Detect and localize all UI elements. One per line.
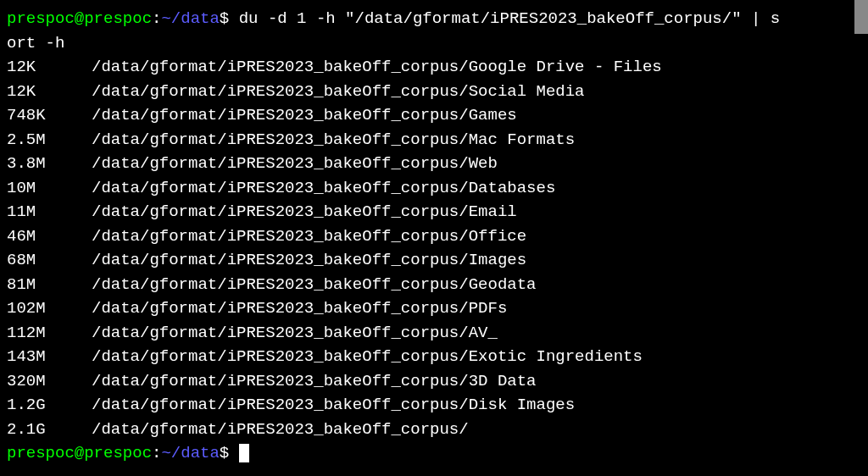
prompt-path: ~/data [161,9,219,28]
output-path: /data/gformat/iPRES2023_bakeOff_corpus/A… [92,324,498,342]
command-part1: du -d 1 -h "/data/gformat/iPRES2023_bake… [239,9,781,28]
output-row: 11M/data/gformat/iPRES2023_bakeOff_corpu… [7,200,861,224]
output-path: /data/gformat/iPRES2023_bakeOff_corpus/G… [92,106,517,125]
command-line-2: ort -h [7,31,861,56]
output-size: 320M [7,369,92,394]
prompt-symbol: $ [220,9,229,28]
output-row: 3.8M/data/gformat/iPRES2023_bakeOff_corp… [7,152,861,176]
output-path: /data/gformat/iPRES2023_bakeOff_corpus/ [92,420,469,439]
prompt-user-host: prespoc@prespoc [7,9,152,28]
output-size: 2.5M [7,128,92,152]
output-size: 3.8M [7,152,92,176]
cursor [239,444,249,462]
output-row: 143M/data/gformat/iPRES2023_bakeOff_corp… [7,345,861,369]
output-size: 11M [7,200,92,224]
output-size: 112M [7,321,92,346]
output-path: /data/gformat/iPRES2023_bakeOff_corpus/E… [92,347,643,366]
output-path: /data/gformat/iPRES2023_bakeOff_corpus/3… [92,372,537,390]
output-path: /data/gformat/iPRES2023_bakeOff_corpus/S… [92,82,585,101]
output-path: /data/gformat/iPRES2023_bakeOff_corpus/O… [92,227,526,246]
output-row: 2.1G/data/gformat/iPRES2023_bakeOff_corp… [7,418,861,442]
output-row: 2.5M/data/gformat/iPRES2023_bakeOff_corp… [7,128,861,152]
output-path: /data/gformat/iPRES2023_bakeOff_corpus/D… [92,179,555,197]
output-row: 68M/data/gformat/iPRES2023_bakeOff_corpu… [7,248,861,273]
prompt-symbol-2: $ [220,444,229,462]
output-size: 143M [7,345,92,369]
output-size: 12K [7,55,92,80]
output-row: 81M/data/gformat/iPRES2023_bakeOff_corpu… [7,273,861,297]
output-row: 112M/data/gformat/iPRES2023_bakeOff_corp… [7,321,861,346]
output-size: 748K [7,103,92,128]
command-text: du -d 1 -h "/data/gformat/iPRES2023_bake… [229,9,780,28]
output-row: 12K/data/gformat/iPRES2023_bakeOff_corpu… [7,55,861,80]
output-size: 68M [7,248,92,273]
prompt-user-host-2: prespoc@prespoc [7,444,152,462]
output-row: 320M/data/gformat/iPRES2023_bakeOff_corp… [7,369,861,394]
prompt-space [229,444,238,462]
scrollbar[interactable] [854,0,868,34]
output-size: 10M [7,176,92,201]
output-size: 1.2G [7,393,92,418]
output-path: /data/gformat/iPRES2023_bakeOff_corpus/W… [92,154,498,173]
terminal[interactable]: prespoc@prespoc:~/data$ du -d 1 -h "/dat… [7,7,861,469]
output-size: 102M [7,296,92,321]
output-row: 10M/data/gformat/iPRES2023_bakeOff_corpu… [7,176,861,201]
output-size: 12K [7,80,92,104]
output-path: /data/gformat/iPRES2023_bakeOff_corpus/G… [92,58,662,76]
prompt-separator: : [152,9,161,28]
prompt-path-2: ~/data [161,444,219,462]
output-path: /data/gformat/iPRES2023_bakeOff_corpus/E… [92,202,517,221]
output-size: 2.1G [7,418,92,442]
output-size: 46M [7,224,92,249]
output-row: 748K/data/gformat/iPRES2023_bakeOff_corp… [7,103,861,128]
prompt-separator-2: : [152,444,161,462]
output-container: 12K/data/gformat/iPRES2023_bakeOff_corpu… [7,55,861,441]
output-row: 12K/data/gformat/iPRES2023_bakeOff_corpu… [7,80,861,104]
output-path: /data/gformat/iPRES2023_bakeOff_corpus/G… [92,275,537,294]
output-size: 81M [7,273,92,297]
output-path: /data/gformat/iPRES2023_bakeOff_corpus/D… [92,396,575,414]
output-row: 1.2G/data/gformat/iPRES2023_bakeOff_corp… [7,393,861,418]
output-path: /data/gformat/iPRES2023_bakeOff_corpus/I… [92,251,526,269]
output-path: /data/gformat/iPRES2023_bakeOff_corpus/M… [92,130,575,149]
prompt-line-2: prespoc@prespoc:~/data$ [7,441,861,466]
output-path: /data/gformat/iPRES2023_bakeOff_corpus/P… [92,299,507,318]
command-line-1: prespoc@prespoc:~/data$ du -d 1 -h "/dat… [7,7,861,31]
output-row: 102M/data/gformat/iPRES2023_bakeOff_corp… [7,296,861,321]
output-row: 46M/data/gformat/iPRES2023_bakeOff_corpu… [7,224,861,249]
